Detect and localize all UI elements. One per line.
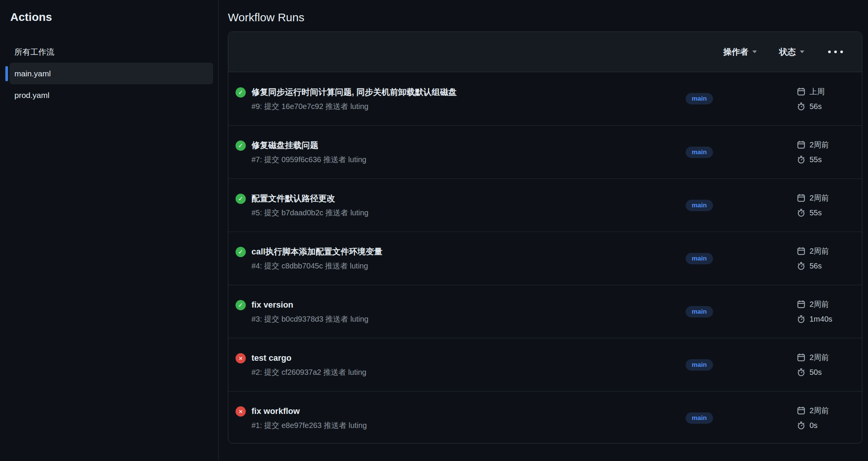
calendar-icon (797, 193, 806, 202)
sidebar-item-label: 所有工作流 (14, 47, 54, 57)
branch-badge[interactable]: main (686, 93, 713, 104)
run-row[interactable]: 配置文件默认路径更改 #5: 提交 b7daad0b2c 推送者 luting … (228, 178, 862, 232)
stopwatch-icon (797, 368, 806, 377)
status-success-icon (236, 300, 246, 310)
status-success-icon (236, 87, 246, 98)
run-title-link[interactable]: 修复同步运行时间计算问题, 同步关机前卸载默认组磁盘 (251, 86, 457, 98)
sidebar-title: Actions (0, 11, 218, 24)
sidebar-item-all-workflows[interactable]: 所有工作流 (5, 41, 213, 63)
actor-filter-label: 操作者 (723, 46, 748, 58)
stopwatch-icon (797, 421, 806, 430)
calendar-icon (797, 246, 806, 256)
chevron-down-icon (752, 51, 757, 54)
calendar-icon (797, 300, 806, 309)
main-content: Workflow Runs 操作者 状态 (219, 0, 868, 461)
sidebar-item-label: prod.yaml (14, 91, 49, 100)
run-date: 2周前 (810, 139, 829, 150)
run-row[interactable]: call执行脚本添加配置文件环境变量 #4: 提交 c8dbb7045c 推送者… (228, 232, 862, 285)
run-date: 2周前 (810, 299, 829, 309)
run-date: 2周前 (810, 405, 829, 416)
run-duration: 55s (810, 207, 822, 218)
run-duration: 0s (810, 420, 817, 431)
run-commit-info: #1: 提交 e8e97fe263 推送者 luting (251, 420, 367, 431)
run-title-link[interactable]: test cargo (251, 352, 366, 364)
workflow-runs-panel: 操作者 状态 修复同步运行时间计算问题, 同步关机前卸载默认组磁盘 # (228, 32, 862, 444)
run-date: 上周 (810, 86, 825, 97)
run-duration: 56s (810, 101, 822, 112)
status-failure-icon (236, 353, 246, 363)
kebab-menu-icon[interactable] (827, 49, 844, 55)
run-title-link[interactable]: 配置文件默认路径更改 (251, 193, 368, 205)
status-success-icon (236, 194, 246, 204)
sidebar-item-prod-yaml[interactable]: prod.yaml (5, 84, 213, 106)
run-row[interactable]: fix version #3: 提交 b0cd9378d3 推送者 luting… (228, 285, 862, 338)
run-title-link[interactable]: fix version (251, 299, 368, 311)
status-success-icon (236, 247, 246, 257)
run-row[interactable]: 修复同步运行时间计算问题, 同步关机前卸载默认组磁盘 #9: 提交 16e70e… (228, 72, 862, 125)
run-commit-info: #2: 提交 cf260937a2 推送者 luting (251, 367, 366, 377)
stopwatch-icon (797, 314, 806, 324)
status-filter-label: 状态 (779, 46, 796, 58)
calendar-icon (797, 87, 806, 96)
run-duration: 56s (810, 260, 822, 271)
run-title-link[interactable]: 修复磁盘挂载问题 (251, 139, 366, 152)
calendar-icon (797, 140, 806, 149)
status-failure-icon (236, 406, 246, 417)
actor-filter-dropdown[interactable]: 操作者 (723, 46, 757, 58)
stopwatch-icon (797, 261, 806, 270)
run-duration: 1m40s (810, 314, 832, 324)
stopwatch-icon (797, 102, 806, 111)
branch-badge[interactable]: main (686, 253, 713, 264)
stopwatch-icon (797, 208, 806, 217)
sidebar: Actions 所有工作流 main.yaml prod.yaml (0, 0, 219, 461)
chevron-down-icon (800, 51, 805, 54)
calendar-icon (797, 406, 806, 415)
selected-indicator-bar (5, 66, 8, 81)
branch-badge[interactable]: main (686, 359, 713, 371)
run-row[interactable]: 修复磁盘挂载问题 #7: 提交 0959f6c636 推送者 luting ma… (228, 125, 862, 178)
page-title: Workflow Runs (228, 9, 862, 26)
run-commit-info: #4: 提交 c8dbb7045c 推送者 luting (251, 260, 383, 271)
app-window: Actions 所有工作流 main.yaml prod.yaml Workfl… (0, 0, 868, 461)
run-row[interactable]: test cargo #2: 提交 cf260937a2 推送者 luting … (228, 338, 862, 391)
run-duration: 55s (810, 154, 822, 165)
stopwatch-icon (797, 155, 806, 164)
sidebar-item-label: main.yaml (14, 69, 51, 78)
run-commit-info: #7: 提交 0959f6c636 推送者 luting (251, 154, 366, 165)
status-success-icon (236, 141, 246, 151)
run-date: 2周前 (810, 352, 829, 363)
run-row[interactable]: fix workflow #1: 提交 e8e97fe263 推送者 lutin… (228, 391, 862, 444)
run-title-link[interactable]: fix workflow (251, 405, 367, 417)
sidebar-item-main-yaml[interactable]: main.yaml (9, 63, 213, 84)
run-title-link[interactable]: call执行脚本添加配置文件环境变量 (251, 246, 383, 258)
branch-badge[interactable]: main (686, 200, 713, 211)
run-commit-info: #3: 提交 b0cd9378d3 推送者 luting (251, 314, 368, 324)
run-list: 修复同步运行时间计算问题, 同步关机前卸载默认组磁盘 #9: 提交 16e70e… (228, 72, 862, 444)
branch-badge[interactable]: main (686, 412, 713, 424)
branch-badge[interactable]: main (686, 147, 713, 158)
branch-badge[interactable]: main (686, 306, 713, 317)
run-commit-info: #9: 提交 16e70e7c92 推送者 luting (251, 101, 457, 112)
status-filter-dropdown[interactable]: 状态 (779, 46, 805, 58)
run-duration: 50s (810, 367, 822, 377)
run-date: 2周前 (810, 193, 829, 203)
workflow-nav: 所有工作流 main.yaml prod.yaml (0, 41, 218, 106)
run-commit-info: #5: 提交 b7daad0b2c 推送者 luting (251, 207, 368, 218)
filter-bar: 操作者 状态 (228, 32, 862, 72)
run-date: 2周前 (810, 246, 829, 256)
calendar-icon (797, 353, 806, 362)
